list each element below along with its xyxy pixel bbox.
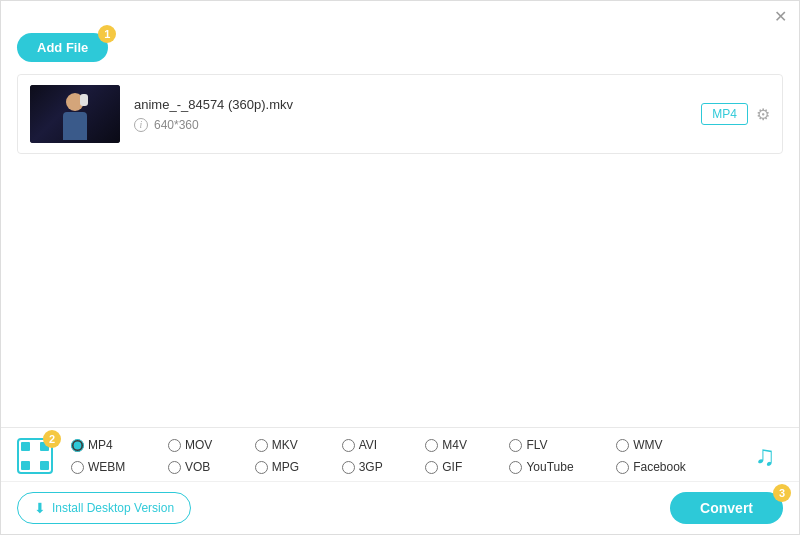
install-desktop-button[interactable]: ⬇ Install Desktop Version — [17, 492, 191, 524]
format-option-3gp[interactable]: 3GP — [334, 458, 418, 476]
format-label-mp4: MP4 — [88, 438, 113, 452]
format-label-gif: GIF — [442, 460, 462, 474]
gear-icon[interactable]: ⚙ — [756, 105, 770, 124]
format-radio-mov[interactable] — [168, 439, 181, 452]
format-options-grid: MP4 MOV MKV AVI M4V FLV WMV W — [63, 436, 747, 476]
format-tag-button[interactable]: MP4 — [701, 103, 748, 125]
format-strip: 2 MP4 MOV MKV AVI M4V FLV WMV — [1, 427, 799, 484]
music-icon: ♫ — [755, 442, 776, 470]
format-label-mpg: MPG — [272, 460, 299, 474]
format-option-wmv[interactable]: WMV — [608, 436, 720, 454]
format-radio-mkv[interactable] — [255, 439, 268, 452]
format-option-youtube[interactable]: YouTube — [501, 458, 608, 476]
action-bar: ⬇ Install Desktop Version Convert 3 — [1, 481, 799, 534]
format-strip-badge: 2 — [43, 430, 61, 448]
format-option-flv[interactable]: FLV — [501, 436, 608, 454]
format-option-mp4[interactable]: MP4 — [63, 436, 160, 454]
format-radio-flv[interactable] — [509, 439, 522, 452]
format-option-vob[interactable]: VOB — [160, 458, 247, 476]
format-radio-youtube[interactable] — [509, 461, 522, 474]
file-info: anime_-_84574 (360p).mkv i 640*360 — [134, 97, 687, 132]
format-radio-m4v[interactable] — [425, 439, 438, 452]
format-label-youtube: YouTube — [526, 460, 573, 474]
format-label-avi: AVI — [359, 438, 377, 452]
format-label-facebook: Facebook — [633, 460, 686, 474]
add-file-button[interactable]: Add File 1 — [17, 33, 108, 62]
format-radio-gif[interactable] — [425, 461, 438, 474]
convert-badge: 3 — [773, 484, 791, 502]
format-label-3gp: 3GP — [359, 460, 383, 474]
format-radio-avi[interactable] — [342, 439, 355, 452]
format-option-mpg[interactable]: MPG — [247, 458, 334, 476]
format-option-avi[interactable]: AVI — [334, 436, 418, 454]
format-label-mov: MOV — [185, 438, 212, 452]
file-resolution: 640*360 — [154, 118, 199, 132]
music-icon-container: ♫ — [747, 438, 783, 474]
format-option-gif[interactable]: GIF — [417, 458, 501, 476]
format-radio-mpg[interactable] — [255, 461, 268, 474]
file-list: anime_-_84574 (360p).mkv i 640*360 MP4 ⚙ — [17, 74, 783, 154]
format-radio-facebook[interactable] — [616, 461, 629, 474]
file-actions: MP4 ⚙ — [701, 103, 770, 125]
info-icon: i — [134, 118, 148, 132]
format-label-flv: FLV — [526, 438, 547, 452]
file-thumbnail — [30, 85, 120, 143]
download-icon: ⬇ — [34, 500, 46, 516]
convert-button[interactable]: Convert 3 — [670, 492, 783, 524]
format-radio-vob[interactable] — [168, 461, 181, 474]
format-label-mkv: MKV — [272, 438, 298, 452]
format-radio-mp4[interactable] — [71, 439, 84, 452]
format-label-vob: VOB — [185, 460, 210, 474]
toolbar: Add File 1 — [1, 29, 799, 70]
format-option-facebook[interactable]: Facebook — [608, 458, 720, 476]
add-file-badge: 1 — [98, 25, 116, 43]
format-label-wmv: WMV — [633, 438, 662, 452]
file-item: anime_-_84574 (360p).mkv i 640*360 MP4 ⚙ — [18, 75, 782, 153]
format-label-m4v: M4V — [442, 438, 467, 452]
format-option-m4v[interactable]: M4V — [417, 436, 501, 454]
format-radio-3gp[interactable] — [342, 461, 355, 474]
file-meta: i 640*360 — [134, 118, 687, 132]
format-radio-webm[interactable] — [71, 461, 84, 474]
format-radio-wmv[interactable] — [616, 439, 629, 452]
format-option-mov[interactable]: MOV — [160, 436, 247, 454]
file-name: anime_-_84574 (360p).mkv — [134, 97, 687, 112]
content-area — [1, 158, 799, 358]
format-label-webm: WEBM — [88, 460, 125, 474]
close-button[interactable]: ✕ — [774, 9, 787, 25]
format-option-mkv[interactable]: MKV — [247, 436, 334, 454]
format-option-webm[interactable]: WEBM — [63, 458, 160, 476]
title-bar: ✕ — [1, 1, 799, 29]
